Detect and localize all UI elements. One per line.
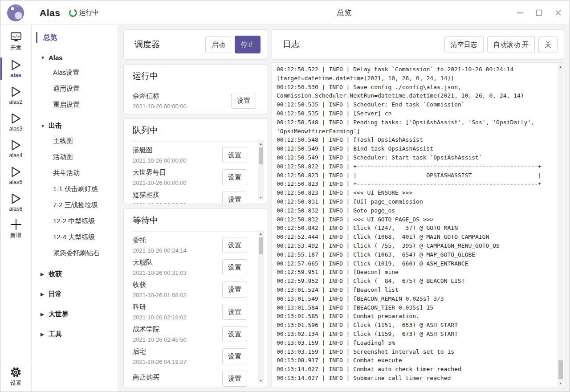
task-time: 2021-10-26 01:08:02 xyxy=(133,292,187,298)
scroll-thumb[interactable] xyxy=(558,360,563,379)
log-line: 00:12:50.549 | INFO | Scheduler: Start t… xyxy=(277,153,552,162)
log-lines: 00:12:50.522 | INFO | Delay task `Commis… xyxy=(272,63,564,387)
nav-child-2-6[interactable]: 12-4 大型练级 xyxy=(32,229,118,245)
task-time: 2021-10-26 00:31:03 xyxy=(133,270,187,276)
nav-group-2[interactable]: ▼出击 xyxy=(32,118,118,133)
task-row: 余烬信标2021-10-26 00:00:00设置 xyxy=(133,90,256,112)
log-scrollbar[interactable]: ▲ ▼ xyxy=(558,63,563,386)
instance-rail: </>开发alasalas2alas3alas4alas5alas6新增 设置 xyxy=(0,25,32,392)
task-settings-button[interactable]: 设置 xyxy=(222,304,247,320)
task-name: 委托 xyxy=(133,236,187,245)
rail-item-alas5[interactable]: alas5 xyxy=(0,163,31,188)
play-icon xyxy=(10,86,22,98)
task-row: 收获2021-10-26 01:08:02设置 xyxy=(133,278,247,301)
section-title: 运行中 xyxy=(124,65,267,87)
stop-button[interactable]: 停止 xyxy=(235,36,261,53)
scroll-up-icon[interactable]: ▲ xyxy=(259,230,262,237)
play-icon xyxy=(10,59,22,71)
main-content: 调度器 启动 停止 运行中余烬信标2021-10-26 00:00:00设置队列… xyxy=(118,25,570,392)
log-line: 00:12:50.535 | INFO | [Server] cn xyxy=(277,109,552,118)
nav-group-3[interactable]: ▶收获 xyxy=(32,267,118,281)
rail-item-add[interactable]: 新增 xyxy=(0,216,31,241)
scroll-up-icon[interactable]: ▲ xyxy=(559,63,562,69)
task-settings-button[interactable]: 设置 xyxy=(231,93,256,109)
chevron-right-icon: ▶ xyxy=(41,312,49,317)
task-settings-button[interactable]: 设置 xyxy=(222,147,247,163)
task-settings-button[interactable]: 设置 xyxy=(222,237,247,253)
rail-item-alas2[interactable]: alas2 xyxy=(0,83,31,108)
log-line: 00:12:55.187 | INFO | Click (1063, 654) … xyxy=(277,250,552,259)
list-scrollbar[interactable]: ▲▼ xyxy=(258,230,264,384)
nav-child-2-0[interactable]: 主线图 xyxy=(32,133,118,149)
autoscroll-on-button[interactable]: 自动滚动 开 xyxy=(487,36,535,53)
log-output[interactable]: 00:12:50.522 | INFO | Delay task `Commis… xyxy=(272,62,564,387)
rail-item-settings[interactable]: 设置 xyxy=(3,364,29,389)
svg-text:</>: </> xyxy=(12,34,20,39)
scroll-track[interactable] xyxy=(258,237,264,377)
clear-log-button[interactable]: 清空日志 xyxy=(444,36,484,53)
app-logo-icon xyxy=(7,4,24,22)
nav-child-1-0[interactable]: Alas设置 xyxy=(32,65,118,81)
scheduler-panel-header: 调度器 启动 停止 xyxy=(123,29,267,60)
log-line: 00:12:50.823 | INFO | +-----------------… xyxy=(277,180,552,188)
task-row: 潜艇图2021-10-26 00:00:00设置 xyxy=(133,144,247,166)
task-list: 余烬信标2021-10-26 00:00:00设置 xyxy=(124,87,267,112)
nav-child-2-1[interactable]: 活动图 xyxy=(32,149,118,165)
task-settings-button[interactable]: 设置 xyxy=(222,282,247,298)
window-controls xyxy=(516,0,562,25)
scroll-thumb[interactable] xyxy=(259,147,263,164)
scroll-down-icon[interactable]: ▼ xyxy=(259,377,262,384)
rail-item-alas4[interactable]: alas4 xyxy=(0,136,31,161)
scroll-thumb[interactable] xyxy=(259,237,263,254)
chevron-down-icon: ▼ xyxy=(41,123,49,128)
scroll-track[interactable] xyxy=(258,147,264,194)
maximize-icon[interactable] xyxy=(535,9,542,16)
log-line: 00:12:53.492 | INFO | Click ( 755, 395) … xyxy=(277,241,552,250)
task-settings-button[interactable]: 设置 xyxy=(222,348,247,364)
task-list: 潜艇图2021-10-26 00:00:00设置大世界每日2021-10-26 … xyxy=(124,142,267,204)
rail-item-alas6[interactable]: alas6 xyxy=(0,190,31,215)
rail-item-alas3[interactable]: alas3 xyxy=(0,110,31,135)
log-line: 'OpsiMeowfficerFarming'] xyxy=(277,127,552,136)
log-line: 00:12:50.530 | INFO | Save config ./conf… xyxy=(277,83,552,92)
scroll-down-icon[interactable]: ▼ xyxy=(259,194,262,200)
nav-child-2-5[interactable]: 12-2 中型练级 xyxy=(32,213,118,229)
scroll-down-icon[interactable]: ▼ xyxy=(559,380,562,386)
nav-child-2-4[interactable]: 7-2 三战捡垃圾 xyxy=(32,197,118,213)
nav-group-6[interactable]: ▶工具 xyxy=(32,327,118,341)
log-line: Commission.Scheduler.NextRun=datetime.da… xyxy=(277,91,552,100)
nav-group-1[interactable]: ▼Alas xyxy=(32,50,118,65)
log-line: 00:13:01.584 | INFO | [BEACON_TIER 0.035… xyxy=(277,303,552,312)
log-line: 00:12:50.535 | INFO | Scheduler: End tas… xyxy=(277,100,552,109)
task-settings-button[interactable]: 设置 xyxy=(222,169,247,185)
section-0: 运行中余烬信标2021-10-26 00:00:00设置 xyxy=(123,64,267,114)
minimize-icon[interactable] xyxy=(516,9,523,16)
autoscroll-off-button[interactable]: 关 xyxy=(538,36,558,53)
nav-child-2-3[interactable]: 1-1 伏击刷好感 xyxy=(32,181,118,197)
rail-item-alas[interactable]: alas xyxy=(0,56,31,81)
log-line: 00:13:02.134 | INFO | Click (1159, 673) … xyxy=(277,330,552,339)
nav-child-2-7[interactable]: 紧急委托刷钻石 xyxy=(32,245,118,261)
task-settings-button[interactable]: 设置 xyxy=(222,259,247,275)
task-time: 2021-10-26 02:16:02 xyxy=(133,314,187,321)
start-button[interactable]: 启动 xyxy=(205,36,231,53)
nav-child-2-2[interactable]: 共斗活动 xyxy=(32,165,118,181)
nav-group-5[interactable]: ▶大世界 xyxy=(32,307,118,321)
nav-child-1-2[interactable]: 重启设置 xyxy=(32,97,118,113)
task-settings-button[interactable]: 设置 xyxy=(222,326,247,342)
task-settings-button[interactable]: 设置 xyxy=(222,192,247,204)
task-settings-button[interactable]: 设置 xyxy=(222,371,247,387)
close-icon[interactable] xyxy=(554,9,562,16)
scroll-up-icon[interactable]: ▲ xyxy=(259,140,262,147)
nav-child-1-1[interactable]: 通用设置 xyxy=(32,81,118,97)
nav-group-4[interactable]: ▶日常 xyxy=(32,287,118,301)
rail-item-dev[interactable]: </>开发 xyxy=(0,29,31,54)
log-line: 00:12:50.823 | INFO | | OPSIASHASSIST | xyxy=(277,171,552,180)
list-scrollbar[interactable]: ▲▼ xyxy=(258,140,264,200)
scroll-track[interactable] xyxy=(558,69,563,380)
titlebar: Alas 运行中 总览 xyxy=(0,0,570,25)
code-monitor-icon: </> xyxy=(10,32,22,43)
scheduler-status-label: 运行中 xyxy=(79,8,99,17)
brand: Alas 运行中 xyxy=(7,0,99,25)
nav-item-0[interactable]: 总览 xyxy=(32,30,118,45)
